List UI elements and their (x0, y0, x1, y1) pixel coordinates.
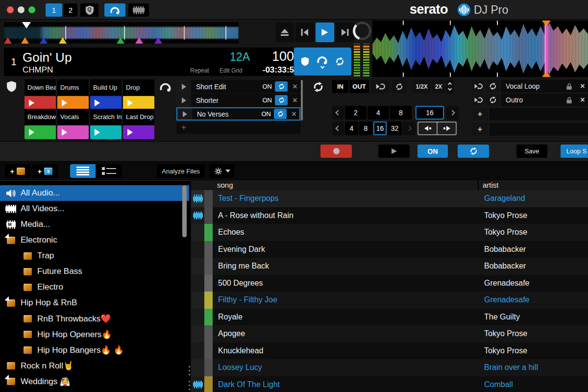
eject-button[interactable] (275, 23, 294, 42)
loop-roll-button[interactable] (371, 80, 390, 93)
cue-pad-trigger[interactable] (90, 96, 122, 110)
table-row[interactable]: Dark Of The Light Comball (191, 376, 588, 392)
practice-mode-button[interactable]: Q (80, 3, 98, 17)
window-minimize-button[interactable] (18, 6, 24, 13)
play-button[interactable] (316, 23, 334, 42)
autoloop-mode-icon[interactable] (317, 55, 328, 68)
column-header-artist[interactable]: artist (483, 181, 499, 189)
shield-icon[interactable] (301, 57, 309, 66)
song-cell[interactable]: 500 Degrees (213, 279, 479, 288)
cue-pad-trigger[interactable] (57, 96, 89, 110)
cue-pad-4[interactable]: Drop (123, 79, 154, 110)
artist-cell[interactable]: Bobabacker (479, 245, 588, 254)
cue-headphone-icon[interactable] (159, 82, 172, 92)
autoloop-size-2[interactable]: 2 (345, 106, 367, 120)
loop-sync-button[interactable] (274, 109, 287, 119)
artist-cell[interactable]: Tokyo Prose (479, 211, 588, 220)
window-zoom-button[interactable] (28, 6, 35, 13)
loop-sample-button[interactable]: Loop S (561, 145, 588, 158)
view-mode-detail-button[interactable] (96, 164, 122, 178)
loop-play-button[interactable] (176, 80, 191, 93)
cue-pad-8[interactable]: Last Drop (123, 109, 154, 139)
loop-half-button[interactable]: 1/2X (413, 80, 431, 93)
loop-delete-button[interactable]: × (291, 96, 299, 105)
song-cell[interactable]: Echoes (213, 228, 479, 237)
song-cell[interactable]: Royale (213, 313, 479, 321)
main-waveform[interactable] (372, 21, 588, 77)
song-cell[interactable]: Apogee (213, 329, 479, 338)
sidebar-item-trap[interactable]: Trap (0, 248, 189, 264)
loop-sync-button[interactable] (485, 80, 501, 93)
cue-pad-6[interactable]: Vocals (57, 109, 89, 139)
window-close-button[interactable] (7, 6, 14, 13)
previous-track-button[interactable] (295, 23, 314, 42)
track-overview-waveform[interactable] (4, 22, 239, 44)
saved-loop-row[interactable]: Short Edit ON × (176, 80, 300, 93)
song-cell[interactable]: Bring me Back (213, 262, 479, 270)
sidebar-item-hip-hop-rnb[interactable]: Hip Hop & RnB (0, 295, 189, 311)
sidebar-item-rnb-throwbacks[interactable]: RnB Throwbacks❤️ (0, 311, 189, 326)
loop-sync-icon[interactable] (313, 81, 324, 93)
loop-slot-delete-button[interactable]: × (578, 82, 587, 91)
beatjump-size-4[interactable]: 4 (345, 122, 358, 135)
loop-sync-button[interactable] (275, 81, 288, 92)
loop-list-scrollbar[interactable] (301, 80, 303, 121)
beatjump-size-16[interactable]: 16 (373, 122, 387, 135)
sidebar-item-hip-hop-openers[interactable]: Hip Hop Openers🔥 (0, 326, 189, 342)
sidebar-scrollbar[interactable] (182, 185, 187, 237)
sidebar-item-hip-hop-bangers[interactable]: Hip Hop Bangers🔥 🔥 (0, 342, 189, 358)
loop-play-button[interactable] (177, 108, 192, 120)
view-mode-simple-button[interactable] (70, 164, 96, 178)
table-row[interactable]: Apogee Tokyo Prose (191, 325, 588, 343)
autoloop-size-8[interactable]: 8 (390, 106, 412, 120)
cue-pad-trigger[interactable] (123, 96, 154, 110)
table-row[interactable]: Bring me Back Bobabacker (191, 258, 588, 275)
save-button[interactable]: Save (516, 145, 547, 158)
loop-slot-row[interactable]: Vocal Loop × (471, 80, 588, 93)
artist-cell[interactable]: Bobabacker (479, 262, 588, 270)
autoloop-size-16[interactable]: 16 (416, 106, 444, 120)
lock-icon[interactable] (566, 97, 572, 104)
add-loop-slot-row[interactable]: + (471, 123, 588, 136)
sidebar-item-rock-n-roll[interactable]: Rock n Roll🤘 (0, 358, 189, 373)
artist-cell[interactable]: Tokyo Prose (479, 329, 588, 338)
add-loop-row[interactable]: + (176, 121, 300, 134)
song-cell[interactable]: Knucklehead (213, 346, 479, 355)
sidebar-item-all-videos[interactable]: All Videos... (0, 201, 189, 217)
table-row[interactable]: Filthy - Filthy Joe Grenadesafe (191, 292, 588, 309)
artist-cell[interactable]: The Guilty (479, 313, 588, 321)
loop-sync-button[interactable] (275, 95, 288, 105)
table-row[interactable]: Loosey Lucy Brain over a hill (191, 359, 588, 376)
deck-view-tab-1[interactable]: 1 (46, 3, 62, 17)
song-cell[interactable]: Filthy - Filthy Joe (213, 295, 479, 304)
beatjump-left-button[interactable] (332, 122, 344, 135)
artist-cell[interactable]: Garageland (479, 194, 588, 203)
autoloop-size-4[interactable]: 4 (368, 106, 389, 120)
artist-cell[interactable]: Grenadesafe (479, 279, 588, 288)
loop-double-button[interactable]: 2X (432, 80, 445, 93)
add-loop-slot-row[interactable]: + (471, 108, 588, 121)
artist-cell[interactable]: Brain over a hill (479, 363, 588, 372)
cue-pad-trigger[interactable] (24, 125, 56, 139)
saved-loop-row-selected[interactable]: No Verses ON × (176, 107, 300, 121)
autoloop-panel-button[interactable] (104, 3, 125, 17)
loop-out-button[interactable]: OUT (349, 80, 369, 93)
jump-back-button[interactable] (418, 122, 437, 134)
edit-grid-label[interactable]: Edit Grid (220, 67, 243, 74)
song-cell[interactable]: A - Rose without Rain (213, 211, 479, 220)
add-smart-crate-button[interactable]: + s (32, 164, 58, 178)
next-track-button[interactable] (336, 23, 354, 42)
add-crate-button[interactable]: + (5, 164, 30, 178)
artist-cell[interactable]: Grenadesafe (479, 295, 588, 304)
sidebar-item-all-audio[interactable]: All Audio... (0, 185, 189, 201)
song-cell[interactable]: Dark Of The Light (213, 380, 479, 389)
loop-on-label[interactable]: ON (262, 110, 271, 118)
table-row[interactable]: Test - Fingerpops Garageland (191, 190, 588, 207)
loop-in-button[interactable]: IN (332, 80, 348, 93)
cue-pad-1[interactable]: Down Beat (24, 79, 56, 110)
sidebar-item-future-bass[interactable]: Future Bass (0, 264, 189, 279)
deck-view-tab-2[interactable]: 2 (64, 3, 77, 17)
loop-on-label[interactable]: ON (263, 97, 272, 104)
loop-sync-button[interactable] (392, 80, 407, 93)
artist-cell[interactable]: Tokyo Prose (479, 346, 588, 355)
